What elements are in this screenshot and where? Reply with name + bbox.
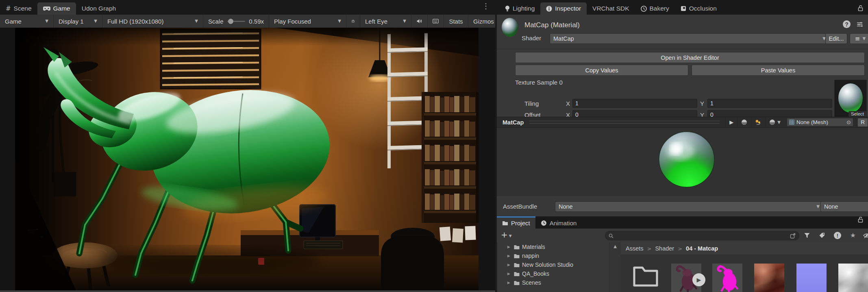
offset-y-input[interactable]	[707, 110, 832, 117]
preview-lighting-toggle[interactable]	[751, 117, 765, 127]
r-channel-toggle[interactable]: R	[857, 118, 868, 127]
preview-play-overlay[interactable]: ▶	[692, 273, 705, 286]
scale-slider[interactable]	[227, 21, 246, 22]
game-viewport[interactable]	[0, 28, 495, 292]
favorite-search-button[interactable]: ★	[848, 232, 857, 239]
tab-lighting[interactable]: Lighting	[499, 2, 540, 15]
project-search[interactable]	[605, 231, 799, 240]
eye-dropdown[interactable]: Left Eye ▼	[360, 15, 411, 28]
tiling-y-input[interactable]	[707, 99, 832, 108]
debug-bug-button[interactable]	[346, 15, 360, 28]
open-search-window-icon[interactable]	[790, 233, 796, 239]
asset-texture-gray-thumbnail[interactable]	[838, 264, 868, 292]
tab-bakery[interactable]: Bakery	[635, 2, 675, 15]
gizmos-dropdown[interactable]: Gizmos ▼	[468, 15, 495, 28]
bookshelf	[422, 92, 479, 223]
object-picker-icon[interactable]: ⊙	[846, 120, 851, 125]
sphere-icon	[769, 119, 775, 125]
tree-item-qa-books[interactable]: ▶ QA_Books	[498, 269, 610, 278]
presets-icon[interactable]	[856, 21, 863, 28]
tree-item-new-solution-studio[interactable]: ▶ New Solution Studio	[498, 260, 610, 269]
preview-play-button[interactable]: ▶	[725, 117, 737, 127]
scroll-up-icon[interactable]: ▲	[609, 242, 621, 248]
game-render-surface[interactable]	[15, 28, 479, 290]
resolution-dropdown[interactable]: Full HD (1920x1080) ▼	[102, 15, 203, 28]
game-target-dropdown[interactable]: Game ▼	[0, 15, 54, 28]
expander-icon[interactable]: ▶	[507, 272, 511, 276]
viewport-bottom-scrollbar[interactable]	[0, 290, 495, 292]
breadcrumb-current[interactable]: 04 - Matcap	[686, 245, 718, 252]
tab-vrchat-sdk[interactable]: VRChat SDK	[587, 2, 635, 15]
play-focused-dropdown[interactable]: Play Focused ▼	[269, 15, 346, 28]
mesh-selector[interactable]: None (Mesh) ⊙	[787, 118, 853, 126]
inspector-lock-icon[interactable]	[858, 5, 863, 11]
asset-texture-purple-thumbnail[interactable]	[796, 264, 827, 292]
lightbulb-icon	[505, 5, 510, 12]
play-icon: ▶	[697, 277, 701, 283]
asset-bundle-dropdown[interactable]: None ▼	[555, 201, 823, 212]
copy-values-button[interactable]: Copy Values	[515, 65, 688, 76]
speaker-icon	[416, 18, 422, 24]
asset-folder-thumbnail[interactable]	[632, 264, 662, 292]
shader-dropdown[interactable]: MatCap ▼	[550, 33, 829, 44]
asset-beetle-magenta-thumbnail[interactable]	[712, 264, 742, 292]
alert-filter-button[interactable]: !	[833, 232, 842, 239]
vsync-grid-button[interactable]	[428, 15, 444, 28]
texture-sample-label: Texture Sample 0	[515, 79, 563, 86]
asset-texture-red-thumbnail[interactable]	[754, 264, 784, 292]
breadcrumb: Assets > Shader > 04 - Matcap	[621, 242, 868, 255]
expander-icon[interactable]: ▶	[507, 281, 511, 285]
bug-icon	[351, 18, 355, 24]
tiling-x-input[interactable]	[572, 99, 697, 108]
tree-item-materials[interactable]: ▶ Materials	[498, 242, 610, 251]
create-asset-button[interactable]: + ▼	[501, 231, 512, 239]
stats-label: Stats	[449, 18, 463, 25]
material-preview-panel: MatCap ▶ ▼	[497, 117, 868, 195]
paste-values-button[interactable]: Paste Values	[692, 65, 865, 76]
shader-menu-button[interactable]: ≡ ▼	[850, 33, 868, 44]
stats-button[interactable]: Stats	[444, 15, 468, 28]
folder-icon	[513, 280, 520, 285]
tab-project[interactable]: Project	[497, 216, 535, 229]
divider	[497, 49, 868, 49]
tree-scrollbar[interactable]: ▲	[609, 242, 621, 292]
folder-icon	[513, 262, 520, 268]
breadcrumb-assets[interactable]: Assets	[626, 245, 644, 252]
preview-model-dropdown[interactable]: ▼	[765, 117, 784, 127]
breadcrumb-shader[interactable]: Shader	[655, 245, 674, 252]
tab-occlusion[interactable]: Occlusion	[675, 2, 722, 15]
search-input[interactable]	[616, 232, 788, 239]
chevron-down-icon: ▼	[862, 37, 866, 41]
matcap-sphere-preview[interactable]	[497, 128, 868, 195]
preview-drag-handle[interactable]	[529, 121, 720, 124]
expander-icon[interactable]: ▶	[507, 254, 511, 258]
panel-menu-icon[interactable]: ⋮	[482, 2, 489, 10]
project-tabbar: Project Animation	[497, 216, 868, 229]
open-shader-editor-button[interactable]: Open in Shader Editor	[515, 52, 865, 63]
search-by-type-button[interactable]	[803, 232, 811, 239]
tab-game[interactable]: Game	[37, 2, 76, 15]
tree-item-scenes[interactable]: ▶ Scenes	[498, 278, 610, 287]
project-lock-icon[interactable]	[858, 216, 863, 226]
asset-bundle-label: AssetBundle	[503, 203, 537, 210]
offset-x-input[interactable]	[572, 110, 697, 117]
resolution-label: Full HD (1920x1080)	[107, 18, 163, 25]
help-icon[interactable]: ?	[843, 20, 851, 28]
tab-udon-graph[interactable]: Udon Graph	[76, 2, 122, 15]
asset-bundle-variant-dropdown[interactable]: None	[820, 201, 868, 212]
tree-item-nappin[interactable]: ▶ nappin	[498, 251, 610, 260]
preview-sphere-toggle[interactable]	[737, 117, 751, 127]
tab-scene[interactable]: # Scene	[0, 2, 37, 15]
tab-occlusion-label: Occlusion	[689, 5, 717, 12]
tab-animation[interactable]: Animation	[535, 216, 582, 229]
shader-edit-button[interactable]: Edit...	[825, 33, 847, 44]
display-dropdown[interactable]: Display 1 ▼	[54, 15, 102, 28]
expander-icon[interactable]: ▶	[507, 263, 511, 267]
scale-slider-knob[interactable]	[228, 19, 233, 24]
search-by-label-button[interactable]	[818, 232, 827, 239]
expander-icon[interactable]: ▶	[507, 245, 511, 249]
package-visibility-button[interactable]	[862, 232, 868, 239]
asset-model-thumbnail[interactable]: ▶	[671, 264, 701, 292]
tab-inspector[interactable]: Inspector	[540, 2, 587, 15]
mute-audio-button[interactable]	[411, 15, 428, 28]
